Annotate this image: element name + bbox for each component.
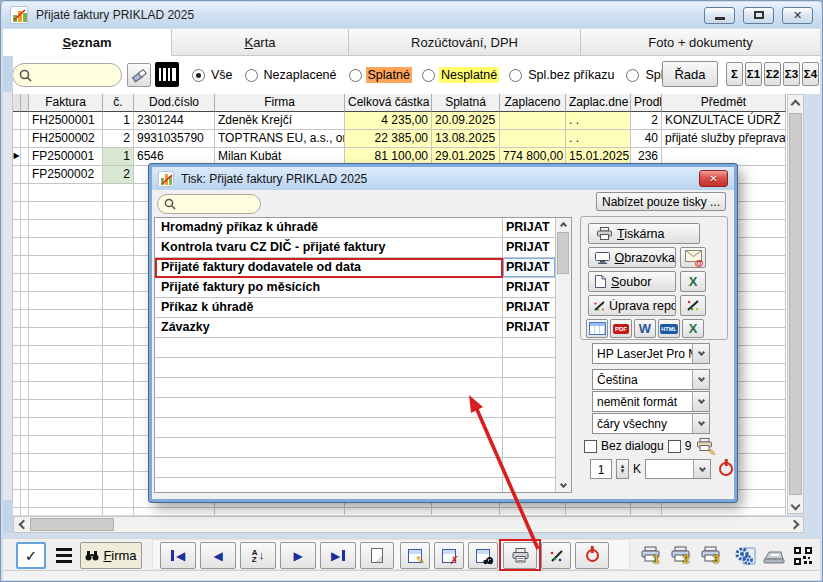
column-header-0[interactable]: Faktura — [29, 94, 103, 112]
report-item[interactable]: Přijaté faktury po měsícíchPRIJAT — [155, 278, 571, 298]
table-cell[interactable]: 2 — [631, 112, 662, 130]
report-item-label[interactable]: Přijaté faktury dodavatele od data — [155, 258, 503, 278]
table-cell[interactable]: TOPTRANS EU, a.s., org — [215, 130, 345, 148]
list-scroll-thumb[interactable] — [557, 232, 569, 274]
dialog-close-button[interactable]: ✕ — [699, 170, 728, 187]
report-item[interactable]: Příkaz k úhraděPRIJAT — [155, 298, 571, 318]
copies-combo-arrow[interactable] — [693, 460, 710, 478]
table-cell[interactable]: 2 — [103, 130, 134, 148]
report-item[interactable]: ZávazkyPRIJAT — [155, 318, 571, 338]
edit-report-button[interactable]: Úprava repor — [588, 295, 676, 316]
no-dialog-checkbox[interactable] — [584, 440, 597, 453]
scanner-button[interactable] — [761, 542, 787, 569]
confirm-toggle-button[interactable]: ✓ — [16, 542, 46, 569]
table-cell[interactable]: 22 385,00 — [345, 130, 432, 148]
firma-search-button[interactable]: Firma — [80, 542, 142, 569]
sigma-button-4[interactable]: Σ4 — [802, 62, 819, 86]
table-cell[interactable]: 2301244 — [134, 112, 215, 130]
language-select-arrow[interactable] — [692, 370, 709, 389]
table-cell[interactable]: FH2500001 — [29, 112, 103, 130]
clear-filter-button[interactable] — [127, 63, 151, 87]
row-marker-cell[interactable] — [21, 112, 29, 130]
table-cell[interactable]: KONZULTACE ÚDRŽ — [662, 112, 786, 130]
print-to-printer-button[interactable]: Tiskárna — [588, 223, 700, 244]
excel-export-button[interactable]: X — [682, 319, 704, 338]
table-cell[interactable] — [500, 112, 566, 130]
close-button[interactable]: ✕ — [782, 7, 813, 24]
tab-karta[interactable]: Karta — [172, 29, 349, 56]
column-header-6[interactable]: Zaplaceno — [500, 94, 566, 112]
nine-checkbox[interactable] — [668, 440, 681, 453]
report-designer-button[interactable] — [541, 542, 571, 569]
row-marker-cell[interactable] — [13, 112, 21, 130]
tab-seznam[interactable]: Seznam — [3, 29, 172, 56]
report-item[interactable]: Kontrola tvaru CZ DIČ - přijaté fakturyP… — [155, 238, 571, 258]
table-cell[interactable]: přijaté služby přeprava — [662, 130, 786, 148]
radio-label[interactable]: Splatné — [366, 67, 412, 83]
print-to-screen-button[interactable]: Obrazovka — [588, 247, 676, 268]
lines-select[interactable]: čáry všechny — [592, 413, 710, 434]
report-item-tag[interactable]: PRIJAT — [503, 218, 555, 238]
table-cell[interactable]: FH2500002 — [29, 130, 103, 148]
copies-stepper[interactable]: ▲▼ — [616, 459, 629, 479]
maximize-button[interactable] — [743, 7, 774, 24]
column-header-1[interactable]: č. — [103, 94, 134, 112]
language-select[interactable]: Čeština — [592, 369, 710, 390]
report-item-label[interactable]: Závazky — [155, 318, 503, 338]
column-header-3[interactable]: Firma — [215, 94, 345, 112]
lines-select-arrow[interactable] — [692, 414, 709, 433]
left-splitter[interactable] — [3, 56, 13, 533]
column-header-2[interactable]: Dod.číslo — [134, 94, 215, 112]
radio-spl-bez-p-kazu[interactable] — [509, 69, 522, 82]
format-select[interactable]: neměnit formát — [592, 391, 710, 412]
vscroll-thumb[interactable] — [789, 113, 802, 495]
html-export-button[interactable]: HTML — [658, 319, 680, 338]
sort-button[interactable]: AZ ↓ — [240, 542, 276, 569]
table-cell[interactable] — [500, 130, 566, 148]
column-header-5[interactable]: Splatná — [432, 94, 500, 112]
table-hscrollbar[interactable] — [13, 516, 804, 533]
table-cell[interactable]: 1 — [103, 148, 134, 166]
printer2-button[interactable]: 2 — [667, 542, 694, 569]
table-row[interactable]: FH250000229931035790TOPTRANS EU, a.s., o… — [13, 130, 787, 148]
rada-button[interactable]: Řada — [662, 61, 718, 87]
printer-select[interactable]: HP LaserJet Pro MFP — [592, 343, 710, 364]
settings-button[interactable] — [731, 542, 759, 569]
radio-splatn-[interactable] — [349, 69, 362, 82]
nav-last-button[interactable]: ▶ — [320, 542, 356, 569]
report-item-label[interactable]: Příkaz k úhradě — [155, 298, 503, 318]
column-header-8[interactable]: Prodlení — [631, 94, 662, 112]
scroll-up-icon[interactable] — [788, 97, 803, 111]
format-select-arrow[interactable] — [692, 392, 709, 411]
table-cell[interactable]: Zdeněk Krejčí — [215, 112, 345, 130]
radio-nezaplacen-[interactable] — [245, 69, 258, 82]
sigma-button-0[interactable]: Σ — [726, 62, 743, 86]
sigma-button-1[interactable]: Σ1 — [745, 62, 762, 86]
nav-next-button[interactable]: ▶ — [280, 542, 316, 569]
column-header-4[interactable]: Celková částka — [345, 94, 432, 112]
report-item-label[interactable]: Kontrola tvaru CZ DIČ - přijaté faktury — [155, 238, 503, 258]
table-export-button[interactable] — [586, 319, 608, 338]
row-marker-cell[interactable] — [21, 130, 29, 148]
hscroll-thumb[interactable] — [30, 518, 114, 531]
radio-label[interactable]: Nesplatné — [439, 67, 499, 83]
table-cell[interactable]: 40 — [631, 130, 662, 148]
list-scroll-down-icon[interactable] — [556, 478, 570, 490]
dialog-search-input[interactable] — [180, 196, 250, 212]
minimize-button[interactable] — [704, 7, 735, 24]
report-item-label[interactable]: Přijaté faktury po měsících — [155, 278, 503, 298]
tab-foto-dokumenty[interactable]: Foto + dokumenty — [581, 29, 820, 56]
nav-first-button[interactable]: ◀ — [160, 542, 196, 569]
find-record-button[interactable]: 🞉 — [468, 542, 498, 569]
table-cell[interactable]: 2 — [103, 166, 134, 184]
list-scroll-up-icon[interactable] — [556, 219, 570, 231]
report-item[interactable]: Přijaté faktury dodavatele od dataPRIJAT — [155, 258, 571, 278]
edit-report-icon-button[interactable] — [680, 295, 706, 316]
exit-button[interactable] — [575, 542, 609, 569]
table-cell[interactable]: 1 — [103, 112, 134, 130]
menu-button[interactable] — [52, 542, 76, 569]
offer-only-prints-button[interactable]: Nabízet pouze tisky ... — [596, 192, 726, 211]
scroll-left-icon[interactable] — [16, 517, 30, 532]
table-cell[interactable]: FP2500002 — [29, 166, 103, 184]
printer-select-arrow[interactable] — [692, 344, 709, 363]
